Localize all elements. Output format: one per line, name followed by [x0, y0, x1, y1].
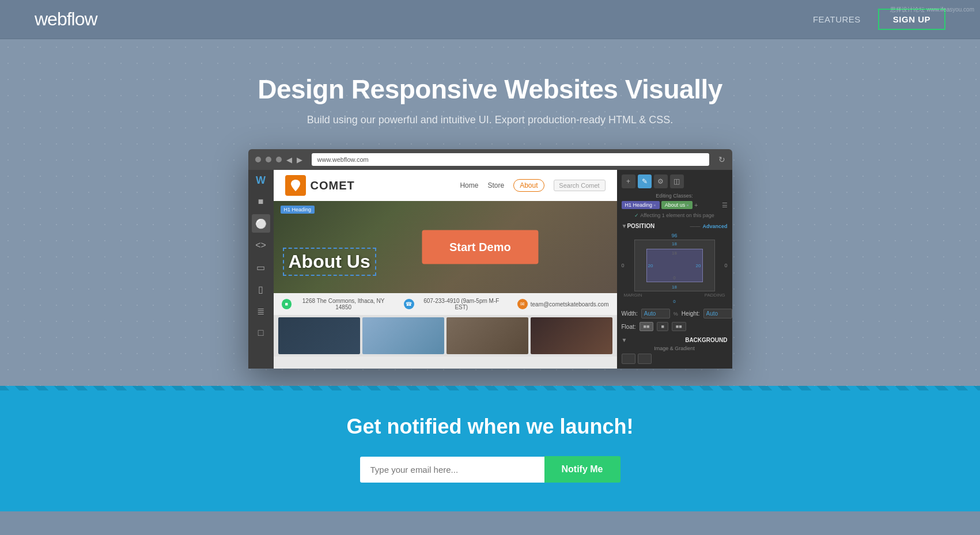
position-section-header: ▼ POSITION —— Advanced — [622, 223, 728, 229]
height-input[interactable] — [703, 309, 732, 318]
browser-min-btn[interactable] — [266, 157, 271, 162]
address-text: 1268 The Commons, Ithaca, NY 14850 — [294, 298, 392, 310]
affecting-text: ✓ Affecting 1 element on this page — [622, 213, 728, 218]
pos-right-outer-val: 0 — [724, 263, 727, 268]
width-input[interactable] — [641, 309, 670, 318]
sidebar-section-icon[interactable]: □ — [252, 324, 270, 342]
sidebar-mobile-icon[interactable]: ▯ — [252, 280, 270, 298]
position-collapse-icon[interactable]: ▼ — [622, 223, 627, 229]
pos-padding-top: 18 — [672, 251, 677, 256]
thumbnail-3 — [447, 317, 528, 354]
hero-subtitle: Build using our powerful and intuitive U… — [12, 114, 968, 126]
class-tags-container: H1 Heading × About us × + ☰ — [622, 201, 728, 209]
bg-options — [622, 354, 728, 364]
thumbnail-2 — [362, 317, 444, 354]
settings-btn[interactable]: ⚙ — [654, 174, 668, 188]
contact-bar: ■ 1268 The Commons, Ithaca, NY 14850 ☎ 6… — [274, 293, 617, 315]
float-none-btn[interactable]: ■■ — [640, 322, 654, 331]
class-tag-h1-remove[interactable]: × — [653, 203, 656, 208]
site-search-input[interactable]: Search Comet — [554, 180, 606, 191]
editor-right-panel: + ✎ ⚙ ◫ Editing Classes: H1 Heading × Ab… — [617, 170, 732, 369]
width-unit: % — [673, 311, 678, 317]
email-input[interactable] — [360, 457, 544, 483]
notify-button[interactable]: Notify Me — [544, 456, 620, 483]
bg-sublabel: Image & Gradient — [622, 346, 728, 351]
advanced-link[interactable]: Advanced — [702, 223, 727, 229]
site-nav-bar: COMET Home Store About Search Comet — [274, 170, 617, 201]
float-right-btn[interactable]: ■■ — [672, 322, 686, 331]
browser-url-bar[interactable]: www.webflow.com — [312, 153, 709, 166]
browser-chrome: ◀ ▶ www.webflow.com ↻ — [248, 149, 732, 170]
background-label: BACKGROUND — [685, 337, 727, 343]
pos-margin-top: 18 — [672, 241, 677, 246]
signup-button[interactable]: SIGN UP — [878, 9, 945, 30]
address-item: ■ 1268 The Commons, Ithaca, NY 14850 — [282, 298, 393, 310]
thumbnail-row — [274, 315, 617, 356]
browser-close-btn[interactable] — [255, 157, 261, 162]
add-element-btn[interactable]: + — [622, 174, 635, 188]
browser-back-icon[interactable]: ◀ — [286, 155, 292, 164]
position-outer-box: 18 20 20 18 0 18 — [634, 240, 715, 291]
width-height-row: Width: % Height: % — [622, 309, 728, 318]
class-tag-about[interactable]: About us × — [661, 201, 693, 209]
class-tag-h1[interactable]: H1 Heading × — [622, 201, 660, 209]
comet-logo: COMET — [285, 175, 355, 196]
position-label: POSITION — [627, 223, 654, 229]
pos-padding-right: 20 — [696, 263, 701, 268]
sidebar-grid-icon[interactable]: ≣ — [252, 302, 270, 320]
email-text: team@cometskateboards.com — [531, 301, 609, 308]
pos-bottom-value: 0 — [622, 299, 728, 304]
sidebar-pages-icon[interactable]: ⚪ — [252, 214, 270, 233]
site-nav-home[interactable]: Home — [460, 181, 478, 189]
sidebar-code-icon[interactable]: <> — [252, 236, 270, 255]
url-text: www.webflow.com — [317, 156, 369, 163]
class-tag-h1-text: H1 Heading — [625, 202, 653, 208]
browser-forward-icon[interactable]: ▶ — [297, 155, 302, 164]
margin-label: MARGIN — [624, 293, 642, 298]
phone-icon: ☎ — [404, 299, 414, 309]
features-link[interactable]: FEATURES — [813, 14, 861, 24]
interactions-btn[interactable]: ◫ — [670, 174, 684, 188]
bg-gradient-btn[interactable] — [638, 354, 652, 364]
sidebar-layout-icon[interactable]: ▭ — [252, 258, 270, 276]
float-left-btn[interactable]: ■ — [657, 322, 668, 331]
site-nav-store[interactable]: Store — [487, 181, 504, 189]
site-hero-area: H1 Heading About Us Start Demo — [274, 201, 617, 293]
browser-max-btn[interactable] — [276, 157, 282, 162]
start-demo-button[interactable]: Start Demo — [422, 230, 539, 264]
pos-center-val: 0 — [673, 275, 675, 280]
editing-classes-label: Editing Classes: — [622, 193, 728, 199]
position-box: 96 0 18 20 20 18 0 18 — [622, 233, 728, 304]
nav-right: FEATURES SIGN UP — [813, 9, 945, 30]
thumbnail-4 — [531, 317, 612, 354]
position-inner-box: 20 20 18 0 — [646, 249, 703, 282]
float-label: Float: — [622, 324, 636, 330]
email-icon: ✉ — [517, 299, 528, 309]
bg-image-btn[interactable] — [622, 354, 635, 364]
site-nav-links: Home Store About Search Comet — [460, 179, 605, 192]
h1-heading-badge: H1 Heading — [281, 206, 315, 214]
phone-text: 607-233-4910 (9am-5pm M-F EST) — [417, 298, 506, 310]
class-tag-about-text: About us — [665, 202, 686, 208]
height-label: Height: — [682, 310, 700, 317]
notify-title: Get notified when we launch! — [12, 415, 968, 439]
thumbnail-1 — [278, 317, 360, 354]
notify-form: Notify Me — [12, 456, 968, 483]
padding-label: PADDING — [705, 293, 725, 298]
comet-logo-icon — [285, 175, 306, 196]
site-preview: COMET Home Store About Search Comet H1 H… — [274, 170, 617, 369]
bg-collapse-icon[interactable]: ▼ — [622, 337, 627, 343]
style-btn[interactable]: ✎ — [638, 174, 652, 188]
phone-item: ☎ 607-233-4910 (9am-5pm M-F EST) — [404, 298, 506, 310]
class-list-btn[interactable]: ☰ — [722, 202, 728, 209]
pos-top-value: 96 — [622, 233, 728, 238]
browser-mockup: ◀ ▶ www.webflow.com ↻ W ■ ⚪ <> ▭ ▯ ≣ □ — [248, 149, 732, 369]
float-row: Float: ■■ ■ ■■ — [622, 322, 728, 331]
pos-left-outer-val: 0 — [622, 263, 625, 268]
class-tag-about-remove[interactable]: × — [686, 203, 689, 208]
sidebar-elements-icon[interactable]: ■ — [252, 192, 270, 211]
site-nav-about[interactable]: About — [513, 179, 544, 192]
class-add-btn[interactable]: + — [694, 202, 698, 208]
about-us-heading[interactable]: About Us — [283, 248, 376, 276]
browser-reload-icon[interactable]: ↻ — [718, 155, 725, 164]
